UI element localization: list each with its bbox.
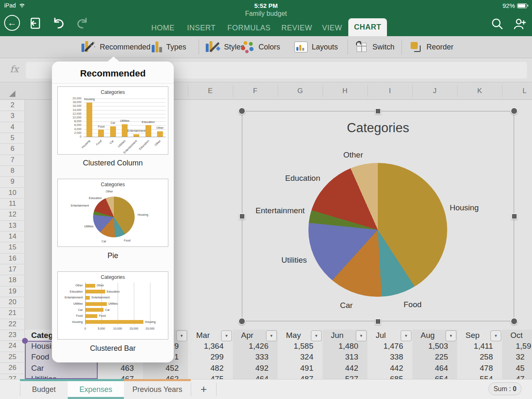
- resize-handle-e[interactable]: [511, 213, 517, 219]
- redo-button[interactable]: [75, 16, 91, 32]
- cell-value[interactable]: 487: [278, 374, 313, 379]
- recommended-button[interactable]: Recommended: [81, 36, 150, 58]
- row-header-22[interactable]: 22: [0, 319, 25, 330]
- selection-handle[interactable]: [22, 338, 28, 344]
- tab-insert[interactable]: INSERT: [187, 22, 216, 36]
- row-header-27[interactable]: 27: [0, 374, 25, 379]
- row-header-24[interactable]: 24: [0, 340, 25, 351]
- styles-button[interactable]: Styles: [206, 36, 244, 58]
- cell-value[interactable]: 1,480: [323, 341, 358, 352]
- filter-dropdown-Apr[interactable]: ▼: [266, 330, 277, 341]
- resize-handle-ne[interactable]: [510, 107, 518, 115]
- column-header-J[interactable]: J: [412, 82, 457, 100]
- cell-value[interactable]: 333: [233, 352, 268, 363]
- colors-button[interactable]: Colors: [240, 36, 280, 58]
- resize-handle-sw[interactable]: [238, 318, 246, 325]
- cell-value[interactable]: 452: [143, 363, 179, 374]
- filter-dropdown-Sep[interactable]: ▼: [490, 330, 501, 341]
- row-header-2[interactable]: 2: [0, 100, 25, 111]
- sheet-tab-budget[interactable]: Budget: [20, 379, 68, 399]
- row-header-13[interactable]: 13: [0, 220, 25, 231]
- cell-value[interactable]: 475: [188, 374, 224, 379]
- pie-chart[interactable]: [308, 163, 447, 297]
- add-sheet-button[interactable]: +: [191, 379, 216, 399]
- option-clustered-bar[interactable]: Categories 05,00010,00015,00020,000Other…: [57, 271, 168, 340]
- resize-handle-s[interactable]: [375, 318, 381, 325]
- add-person-button[interactable]: [512, 17, 529, 33]
- cell-month-Oct[interactable]: Oct: [510, 330, 523, 341]
- filter-dropdown-May[interactable]: ▼: [311, 330, 322, 341]
- column-header-G[interactable]: G: [278, 82, 323, 100]
- filter-dropdown-Mar[interactable]: ▼: [221, 330, 232, 341]
- resize-handle-w[interactable]: [239, 213, 245, 219]
- column-header-L[interactable]: L: [502, 82, 532, 100]
- cell-value[interactable]: 313: [323, 352, 358, 363]
- filter-dropdown-Aug[interactable]: ▼: [446, 330, 456, 341]
- cell-value[interactable]: 442: [323, 363, 358, 374]
- row-header-8[interactable]: 8: [0, 165, 25, 176]
- tab-view[interactable]: VIEW: [322, 22, 342, 36]
- cell-value[interactable]: 1,411: [457, 341, 493, 352]
- cell-value[interactable]: 492: [233, 363, 268, 374]
- filter-dropdown-C[interactable]: ▼: [176, 330, 187, 341]
- cell-month-Sep[interactable]: Sep: [466, 330, 480, 341]
- cell-value[interactable]: 1,426: [233, 341, 268, 352]
- select-all-corner[interactable]: [9, 91, 15, 97]
- types-button[interactable]: Types: [152, 36, 186, 58]
- cell-month-May[interactable]: May: [286, 330, 301, 341]
- cell-value[interactable]: 527: [323, 374, 358, 379]
- reorder-button[interactable]: Reorder: [410, 36, 453, 58]
- cell-month-Apr[interactable]: Apr: [241, 330, 254, 341]
- undo-button[interactable]: [51, 16, 68, 32]
- cell-value[interactable]: 1,503: [412, 341, 448, 352]
- cell-value[interactable]: 324: [278, 352, 313, 363]
- cell-value[interactable]: 685: [367, 374, 403, 379]
- search-button[interactable]: [490, 17, 506, 33]
- switch-button[interactable]: Switch: [356, 36, 394, 58]
- row-header-16[interactable]: 16: [0, 253, 25, 264]
- column-header-K[interactable]: K: [457, 82, 502, 100]
- column-header-I[interactable]: I: [367, 82, 412, 100]
- layouts-button[interactable]: Layouts: [294, 36, 338, 58]
- cell-value[interactable]: 463: [100, 363, 134, 374]
- row-header-9[interactable]: 9: [0, 176, 25, 187]
- cell-value[interactable]: 1,364: [188, 341, 224, 352]
- resize-handle-nw[interactable]: [238, 107, 246, 115]
- cell-value[interactable]: 462: [143, 374, 179, 379]
- cell-value[interactable]: 654: [412, 374, 448, 379]
- cell-value[interactable]: 45: [516, 363, 525, 374]
- cell-value[interactable]: 47: [516, 374, 525, 379]
- option-pie[interactable]: Categories HousingFoodCarUtilitiesEntert…: [57, 179, 168, 247]
- resize-handle-n[interactable]: [375, 108, 381, 114]
- cell-month-Jul[interactable]: Jul: [376, 330, 386, 341]
- row-header-10[interactable]: 10: [0, 187, 25, 198]
- cell-value[interactable]: 467: [100, 374, 134, 379]
- cell-value[interactable]: 225: [412, 352, 448, 363]
- row-header-19[interactable]: 19: [0, 286, 25, 297]
- option-clustered-column[interactable]: Categories 20,00018,00016,00014,00012,00…: [57, 86, 168, 155]
- cell-month-Mar[interactable]: Mar: [196, 330, 210, 341]
- row-header-6[interactable]: 6: [0, 143, 25, 154]
- column-header-E[interactable]: E: [188, 82, 233, 100]
- column-header-H[interactable]: H: [323, 82, 367, 100]
- row-header-3[interactable]: 3: [0, 111, 25, 121]
- cell-value[interactable]: 464: [412, 363, 448, 374]
- filter-dropdown-Jul[interactable]: ▼: [401, 330, 411, 341]
- row-header-18[interactable]: 18: [0, 275, 25, 286]
- tab-formulas[interactable]: FORMULAS: [227, 22, 271, 36]
- row-header-7[interactable]: 7: [0, 155, 25, 165]
- column-header-F[interactable]: F: [233, 82, 278, 100]
- cell-value[interactable]: 464: [233, 374, 268, 379]
- filter-dropdown-Jun[interactable]: ▼: [356, 330, 367, 341]
- cell-value[interactable]: 258: [457, 352, 493, 363]
- sheet-tab-previous-years[interactable]: Previous Years: [124, 379, 191, 399]
- tab-chart-active[interactable]: CHART: [348, 18, 387, 36]
- cell-value[interactable]: 299: [188, 352, 224, 363]
- row-header-14[interactable]: 14: [0, 231, 25, 242]
- resize-handle-se[interactable]: [510, 318, 518, 325]
- cell-value[interactable]: 482: [188, 363, 224, 374]
- row-header-4[interactable]: 4: [0, 122, 25, 133]
- cell-value[interactable]: 491: [278, 363, 313, 374]
- back-button[interactable]: ←: [4, 15, 21, 32]
- row-header-25[interactable]: 25: [0, 352, 25, 362]
